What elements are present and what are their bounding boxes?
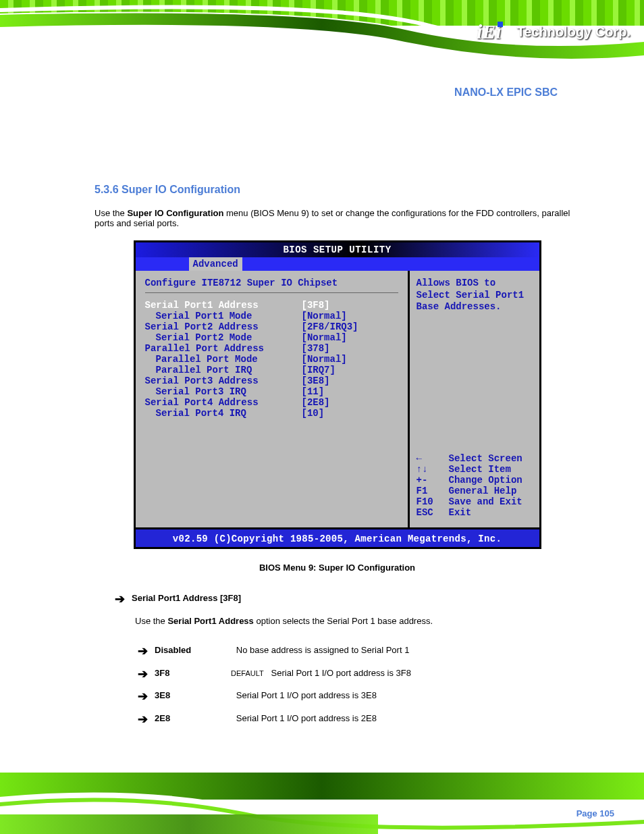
section-heading: 5.3.6 Super IO Configuration [95,184,580,196]
bios-nav-item: ←Select Screen [417,453,533,464]
footer-decoration: Page 105 [0,763,644,834]
bios-setting-label: Parallel Port Address [145,343,302,354]
brand-logo: iEi ® Technology Corp. [477,20,630,43]
bios-setting-label: Serial Port2 Mode [145,332,302,343]
registered-mark: ® [504,30,510,40]
bios-setting-value: [3E8] [302,375,330,386]
right-arrow-icon: ➔ [138,713,148,727]
bios-setting-value: [Normal] [302,354,347,365]
page-number: Page 105 [576,808,614,818]
bios-setting-value: [378] [302,343,330,354]
bios-setting-label: Parallel Port Mode [145,354,302,365]
bios-setting-row[interactable]: Serial Port3 IRQ[11] [145,386,398,397]
right-arrow-icon: ➔ [138,668,148,681]
bios-setting-label: Serial Port3 Address [145,375,302,386]
bios-setting-value: [2F8/IRQ3] [302,321,358,332]
bios-footer: v02.59 (C)Copyright 1985-2005, American … [136,527,539,547]
option-value-label: Disabled [155,645,229,655]
bios-panel-title: Configure ITE8712 Super IO Chipset [145,278,398,288]
bios-nav-item: ↑↓Select Item [417,464,533,475]
bios-setting-value: [3F8] [302,300,330,311]
figure-caption: BIOS Menu 9: Super IO Configuration [95,563,580,573]
bios-setting-label: Serial Port2 Address [145,321,302,332]
bios-setting-row[interactable]: Serial Port4 Address[2E8] [145,397,398,408]
bios-setting-label: Parallel Port IRQ [145,365,302,375]
bios-setting-value: [11] [302,386,325,397]
bios-setting-row[interactable]: Parallel Port IRQ[IRQ7] [145,365,398,375]
intro-paragraph: Use the Super IO Configuration menu (BIO… [95,208,580,228]
bios-setting-label: Serial Port4 Address [145,397,302,408]
option-value-row: ➔3E8 Serial Port 1 I/O port address is 3… [95,690,580,704]
svg-rect-2 [0,814,378,834]
option-heading: Serial Port1 Address [3F8] [132,593,241,603]
bios-setting-value: [IRQ7] [302,365,336,375]
right-arrow-icon: ➔ [115,593,125,606]
default-tag: DEFAULT [229,669,264,677]
bios-setting-value: [Normal] [302,311,347,321]
bios-nav-help: ←Select Screen↑↓Select Item+-Change Opti… [417,453,533,518]
bios-nav-item: F1General Help [417,486,533,496]
option-value-desc: Serial Port 1 I/O port address is 3F8 [264,668,411,678]
option-value-row: ➔Disabled No base address is assigned to… [95,645,580,658]
bios-nav-item: +-Change Option [417,475,533,486]
bios-setting-row[interactable]: Serial Port4 IRQ[10] [145,408,398,419]
bios-setting-value: [Normal] [302,332,347,343]
option-heading-row: ➔ Serial Port1 Address [3F8] [95,593,580,606]
option-value-label: 3F8 [155,668,229,678]
bios-setting-row[interactable]: Serial Port2 Address[2F8/IRQ3] [145,321,398,332]
bios-setting-row[interactable]: Serial Port2 Mode[Normal] [145,332,398,343]
bios-setting-row[interactable]: Serial Port1 Mode[Normal] [145,311,398,321]
bios-setting-row[interactable]: Serial Port3 Address[3E8] [145,375,398,386]
bios-setting-label: Serial Port1 Address [145,300,302,311]
bios-help-text: Allows BIOS to Select Serial Port1 Base … [417,278,533,313]
bios-setting-value: [2E8] [302,397,330,408]
option-value-desc: No base address is assigned to Serial Po… [229,645,409,655]
bios-setting-label: Serial Port1 Mode [145,311,302,321]
option-value-label: 2E8 [155,713,229,723]
bios-setup-screenshot: BIOS SETUP UTILITY Advanced Configure IT… [134,240,541,549]
logo-text: iEi [477,20,502,43]
option-description: Use the Serial Port1 Address option sele… [95,616,580,626]
option-value-desc: Serial Port 1 I/O port address is 3E8 [229,690,377,700]
bios-title: BIOS SETUP UTILITY [136,242,539,257]
option-value-label: 3E8 [155,690,229,700]
bios-tab-advanced[interactable]: Advanced [189,257,242,271]
bios-setting-label: Serial Port3 IRQ [145,386,302,397]
corp-name: Technology Corp. [516,24,630,40]
bios-nav-item: F10Save and Exit [417,496,533,507]
right-arrow-icon: ➔ [138,690,148,704]
bios-setting-row[interactable]: Serial Port1 Address[3F8] [145,300,398,311]
header-decoration: iEi ® Technology Corp. [0,0,644,76]
option-value-row: ➔3F8 DEFAULT Serial Port 1 I/O port addr… [95,668,580,681]
bios-setting-row[interactable]: Parallel Port Address[378] [145,343,398,354]
option-value-row: ➔2E8 Serial Port 1 I/O port address is 2… [95,713,580,727]
bios-setting-row[interactable]: Parallel Port Mode[Normal] [145,354,398,365]
bios-setting-label: Serial Port4 IRQ [145,408,302,419]
bios-setting-value: [10] [302,408,325,419]
bios-tab-bar: Advanced [136,257,539,271]
option-value-desc: Serial Port 1 I/O port address is 2E8 [229,713,377,723]
bios-nav-item: ESCExit [417,507,533,518]
right-arrow-icon: ➔ [138,645,148,658]
